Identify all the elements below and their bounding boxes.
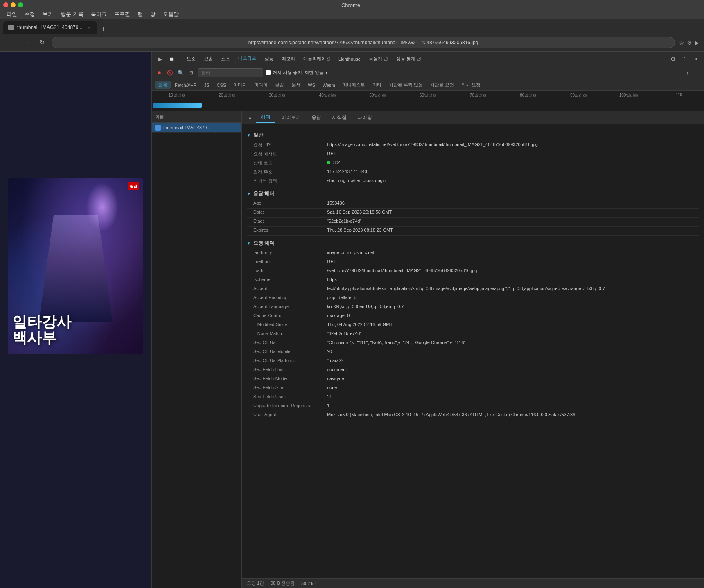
request-item[interactable]: thumbnail_IMAG4879... [152,123,241,133]
bookmark-icon[interactable]: ☆ [679,39,684,46]
tab-application[interactable]: 애플리케이션 [300,54,334,63]
tl-label-0: 10밀리초 [152,92,202,98]
detail-tab-response[interactable]: 응답 [307,113,326,123]
request-favicon [155,125,161,131]
tl-label-9: 100밀리초 [604,92,654,98]
address-input[interactable] [52,37,675,48]
clear-button[interactable]: 🚫 [166,69,174,77]
status-value: 304 [327,160,699,165]
accept-value: text/html,application/xhtml+xml,applicat… [327,286,699,291]
forward-button[interactable]: → [20,37,32,48]
tab-recorder[interactable]: 녹음기 ⊿ [366,54,391,63]
general-section-header[interactable]: ▼ 일반 [247,132,699,139]
cache-checkbox[interactable] [266,70,271,75]
profile-icon[interactable]: ▶ [695,39,699,46]
cache-control-key: Cache-Control: [253,313,327,318]
filter-blocked-cookies[interactable]: 차단된 쿠키 있음 [386,81,426,89]
detail-tab-initiator[interactable]: 시작점 [327,113,352,123]
if-none-match-row: If-None-Match: "62eb2c1b-e74d" [247,330,699,339]
filter-wasm[interactable]: Wasm [319,82,338,88]
request-headers-section-header[interactable]: ▼ 요청 헤더 [247,240,699,247]
referrer-key: 리퍼러 정책: [253,178,327,184]
filter-media[interactable]: 미디어 [251,81,271,89]
record-button[interactable]: ⏺ [155,69,163,77]
filter-doc[interactable]: 문서 [288,81,304,89]
tab-memory[interactable]: 메모리 [278,54,298,63]
expires-row: Expires: Thu, 28 Sep 2023 08:18:23 GMT [247,227,699,236]
tab-network[interactable]: 네트워크 [235,54,259,63]
reload-button[interactable]: ↻ [36,37,47,48]
new-tab-button[interactable]: + [98,25,109,34]
throttle-checkbox-label[interactable]: 제한 없음 ▾ [305,70,328,76]
tabbar: thumbnail_IMAG21_404879... × + [0,19,704,34]
menu-edit[interactable]: 수정 [21,10,38,19]
menu-window[interactable]: 창 [147,10,159,19]
settings-icon[interactable]: ⚙ [668,54,678,64]
inspect-icon[interactable]: ▶ [155,54,165,64]
throttle-dropdown-icon: ▾ [325,70,328,75]
titlebar: Chrome [0,0,704,10]
filter-button[interactable]: ⊟ [187,69,195,77]
req-method-key: :method: [253,259,327,264]
detail-tab-headers[interactable]: 헤더 [256,112,275,123]
date-row: Date: Sat, 16 Sep 2023 20:18:58 GMT [247,209,699,218]
tab-lighthouse[interactable]: Lighthouse [335,55,364,63]
detail-tab-timing[interactable]: 타이밍 [352,113,377,123]
import-button[interactable]: ↑ [684,70,691,76]
menu-profiles[interactable]: 프로필 [111,10,133,19]
menu-file[interactable]: 파일 [3,10,20,19]
expires-value: Thu, 28 Sep 2023 08:18:23 GMT [327,228,699,232]
filter-3rd-party[interactable]: 타사 요청 [458,81,484,89]
path-value: /webtoon/779632/thumbnail/thumbnail_IMAG… [327,268,699,273]
filter-ws[interactable]: WS [305,82,318,88]
detail-tab-preview[interactable]: 미리보기 [276,113,306,123]
toolbar-separator [180,55,180,63]
if-modified-since-value: Thu, 04 Aug 2022 02:16:59 GMT [327,322,699,327]
sec-ch-ua-platform-row: Sec-Ch-Ua-Platform: "macOS" [247,357,699,366]
filter-all[interactable]: 전체 [155,81,171,89]
close-devtools-icon[interactable]: × [691,54,701,64]
back-button[interactable]: ← [5,37,16,48]
response-headers-section-header[interactable]: ▼ 응답 헤더 [247,190,699,197]
menu-bookmarks[interactable]: 북마크 [88,10,110,19]
sec-fetch-site-value: none [327,385,699,390]
filter-input[interactable] [198,68,263,77]
details-close-button[interactable]: × [245,115,255,121]
browser-tab[interactable]: thumbnail_IMAG21_404879... × [3,21,97,34]
accept-encoding-key: Accept-Encoding: [253,295,327,300]
filter-blocked-requests[interactable]: 차단된 요청 [427,81,457,89]
cache-label: 캐시 사용 중지 [273,70,302,76]
export-button[interactable]: ↓ [694,70,701,76]
tab-close-button[interactable]: × [86,24,92,31]
filter-img[interactable]: 이미지 [230,81,250,89]
accept-encoding-row: Accept-Encoding: gzip, deflate, br [247,294,699,303]
referrer-value: strict-origin-when-cross-origin [327,178,699,183]
user-agent-row: User-Agent: Mozilla/5.0 (Macintosh; Inte… [247,411,699,420]
menu-history[interactable]: 방문 기록 [57,10,87,19]
tab-performance[interactable]: 성능 [261,54,277,63]
cache-checkbox-label[interactable]: 캐시 사용 중지 [266,70,302,76]
filter-js[interactable]: JS [201,82,213,88]
filter-other[interactable]: 기타 [369,81,385,89]
filter-css[interactable]: CSS [214,82,230,88]
filter-font[interactable]: 글꼴 [272,81,287,89]
filter-fetch-xhr[interactable]: Fetch/XHR [171,82,200,88]
tab-perf-insights[interactable]: 성능 통계 ⊿ [393,54,424,63]
search-button[interactable]: 🔍 [176,69,185,77]
menu-help[interactable]: 도움말 [160,10,182,19]
tab-sources[interactable]: 소스 [218,54,233,63]
extension-icon[interactable]: ⚙ [687,39,692,46]
menu-view[interactable]: 보기 [39,10,56,19]
tl-label-1: 20밀리초 [202,92,253,98]
filter-manifest[interactable]: 매니페스트 [339,81,368,89]
tab-console[interactable]: 콘솔 [201,54,216,63]
tab-elements[interactable]: 요소 [183,54,199,63]
device-icon[interactable]: ◽ [167,54,176,64]
if-none-match-value: "62eb2c1b-e74d" [327,331,699,336]
devtools-panel: ▶ ◽ 요소 콘솔 소스 네트워크 성능 메모리 애플리케이션 Lighthou… [151,52,704,588]
upgrade-insecure-key: Upgrade-Insecure-Requests: [253,403,327,408]
more-tools-icon[interactable]: ⋮ [679,54,689,64]
manga-thumbnail: 완결 일타강사 백사부 [8,178,143,354]
method-row: 요청 메서드: GET [247,150,699,159]
menu-tab[interactable]: 탭 [134,10,146,19]
